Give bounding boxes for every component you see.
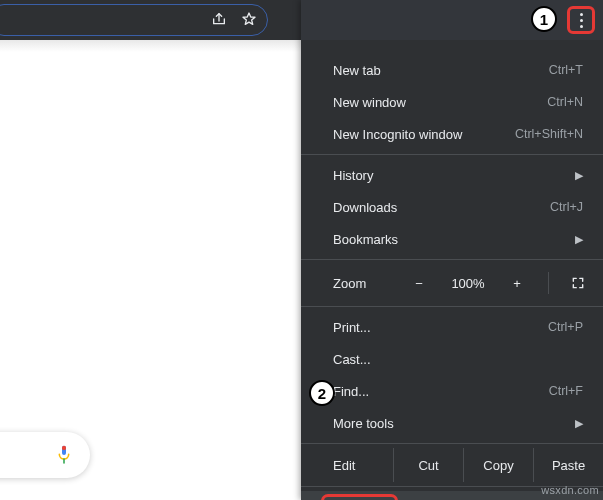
menu-item-new-window[interactable]: New window Ctrl+N [301,86,603,118]
omnibox[interactable] [0,4,268,36]
menu-shortcut: Ctrl+P [548,320,583,334]
menu-item-cast[interactable]: Cast... [301,343,603,375]
menu-label: Print... [333,320,371,335]
menu-label: History [333,168,373,183]
menu-item-downloads[interactable]: Downloads Ctrl+J [301,191,603,223]
more-vert-icon [580,13,583,28]
menu-item-zoom: Zoom − 100% + [301,264,603,302]
menu-item-new-incognito[interactable]: New Incognito window Ctrl+Shift+N [301,118,603,150]
menu-label: Find... [333,384,369,399]
edit-label: Edit [301,448,393,482]
menu-separator [301,443,603,444]
menu-label: More tools [333,416,394,431]
zoom-divider [548,272,549,294]
menu-item-find[interactable]: Find... Ctrl+F [301,375,603,407]
zoom-in-button[interactable]: + [508,276,526,291]
bookmarks-bar-shadow [0,40,301,52]
menu-label: New Incognito window [333,127,462,142]
menu-label: New window [333,95,406,110]
menu-item-edit: Edit Cut Copy Paste [301,448,603,482]
menu-shortcut: Ctrl+T [549,63,583,77]
menu-topbar [301,0,603,40]
zoom-out-button[interactable]: − [410,276,428,291]
menu-item-print[interactable]: Print... Ctrl+P [301,311,603,343]
chrome-main-menu: New tab Ctrl+T New window Ctrl+N New Inc… [301,0,603,500]
menu-shortcut: Ctrl+F [549,384,583,398]
menu-item-new-tab[interactable]: New tab Ctrl+T [301,54,603,86]
menu-shortcut: Ctrl+N [547,95,583,109]
chevron-right-icon: ▶ [575,169,583,182]
fullscreen-icon[interactable] [571,276,585,290]
menu-separator [301,259,603,260]
zoom-label: Zoom [333,276,366,291]
annotation-callout-2: 2 [309,380,335,406]
svg-marker-0 [243,13,255,24]
google-search-box[interactable] [0,432,90,478]
share-icon[interactable] [211,11,227,30]
menu-item-more-tools[interactable]: More tools ▶ [301,407,603,439]
svg-rect-2 [62,446,66,451]
mic-icon[interactable] [56,444,72,466]
edit-copy-button[interactable]: Copy [463,448,533,482]
menu-item-bookmarks[interactable]: Bookmarks ▶ [301,223,603,255]
chevron-right-icon: ▶ [575,417,583,430]
menu-separator [301,154,603,155]
menu-label: New tab [333,63,381,78]
menu-shortcut: Ctrl+J [550,200,583,214]
zoom-value: 100% [446,276,490,291]
watermark-text: wsxdn.com [541,484,599,496]
menu-label: Cast... [333,352,371,367]
page-content-area [0,0,301,500]
menu-shortcut: Ctrl+Shift+N [515,127,583,141]
menu-separator [301,306,603,307]
menu-label: Downloads [333,200,397,215]
screenshot-stage: { "callouts": { "one": "1", "two": "2" }… [0,0,603,500]
edit-paste-button[interactable]: Paste [533,448,603,482]
bookmark-star-icon[interactable] [241,11,257,30]
settings-highlight-box: Settings [321,494,398,500]
menu-label: Bookmarks [333,232,398,247]
menu-item-history[interactable]: History ▶ [301,159,603,191]
edit-cut-button[interactable]: Cut [393,448,463,482]
kebab-menu-button[interactable] [559,0,603,40]
chevron-right-icon: ▶ [575,233,583,246]
annotation-callout-1: 1 [531,6,557,32]
kebab-highlight-box [567,6,595,34]
